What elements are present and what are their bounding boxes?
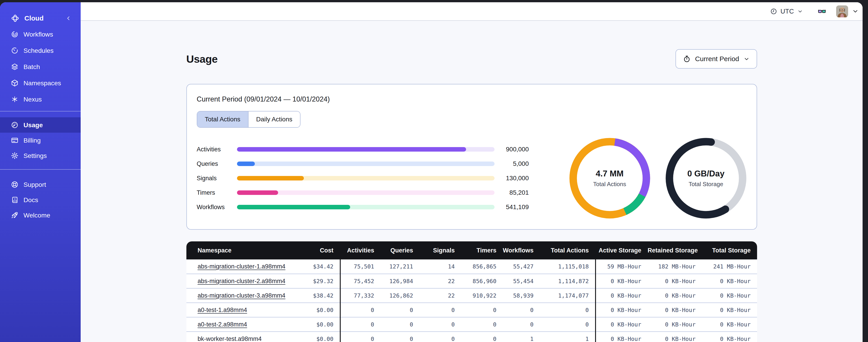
donut-center-label: Total Actions [593,181,626,188]
bar-row: Signals130,000 [197,171,529,185]
account-menu-chevron-icon[interactable] [852,8,859,15]
sidebar-item-schedules[interactable]: Schedules [0,42,81,59]
namespace-cell: abs-migration-cluster-2.a98mm4 [186,274,293,288]
nexus-icon [11,95,19,103]
column-header: Workflows [503,241,540,260]
value-cell: 0 KB-Hour [648,288,702,303]
namespace-cell: abs-migration-cluster-1.a98mm4 [186,260,293,274]
value-cell: $38.42 [292,288,340,303]
value-cell: 0 KB-Hour [702,288,757,303]
value-cell: 77,332 [340,288,380,303]
value-cell: 1,114,872 [540,274,595,288]
donut-center-label: Total Storage [689,181,723,188]
namespace-usage-table-wrap: NamespaceCostActivitiesQueriesSignalsTim… [186,241,757,342]
sidebar-item-batch[interactable]: Batch [0,59,81,75]
value-cell: 0 [420,303,461,317]
donut-center-value: 4.7 MM [596,169,624,178]
sidebar-nav-footer: SupportDocsWelcome [0,177,81,223]
bar-row: Timers85,201 [197,185,529,200]
sidebar-item-label: Billing [24,137,41,144]
value-cell: 22 [420,288,461,303]
card-title: Current Period (09/01/2024 — 10/01/2024) [197,95,747,103]
tab-daily-actions[interactable]: Daily Actions [248,111,300,127]
sidebar-item-usage[interactable]: Usage [0,117,81,133]
timezone-selector[interactable]: UTC [769,7,805,15]
user-avatar[interactable] [836,5,848,18]
sidebar-item-namespaces[interactable]: Namespaces [0,75,81,91]
namespace-usage-table: NamespaceCostActivitiesQueriesSignalsTim… [186,241,757,342]
value-cell: 182 MB-Hour [648,260,702,274]
sidebar-item-docs[interactable]: Docs [0,192,81,208]
sidebar-item-billing[interactable]: Billing [0,133,81,148]
value-cell: 0 [461,332,503,342]
value-cell: 0 [540,317,595,332]
sidebar-item-label: Support [24,181,46,189]
value-cell: $29.32 [292,274,340,288]
sidebar-item-workflows[interactable]: Workflows [0,26,81,42]
bar-row: Queries5,000 [197,157,529,171]
column-header: Active Storage [595,241,648,260]
value-cell: 0 [461,303,503,317]
value-cell: 0 [420,317,461,332]
sidebar-item-label: Workflows [24,31,53,38]
bar-track [237,205,495,209]
period-selector-button[interactable]: Current Period [676,49,757,69]
namespace-cell: abs-migration-cluster-3.a98mm4 [186,288,293,303]
topbar: UTC [81,2,863,21]
sidebar-nav-account: UsageBillingSettings [0,117,81,163]
main-area: UTC Usage Current Period Current Per [81,2,863,342]
bar-value: 85,201 [495,189,529,196]
sidebar-nav-main: WorkflowsSchedulesBatchNamespacesNexus [0,26,81,107]
sidebar-item-label: Docs [24,196,38,204]
value-cell: 0 KB-Hour [648,274,702,288]
value-cell: 910,922 [461,288,503,303]
value-cell: 0 KB-Hour [648,317,702,332]
title-row: Usage Current Period [186,49,757,69]
value-cell: 0 KB-Hour [702,274,757,288]
bar-label: Queries [197,161,237,167]
table-row: abs-migration-cluster-3.a98mm4$38.4277,3… [186,288,757,303]
bar-fill [237,147,466,151]
value-cell: 0 KB-Hour [595,317,648,332]
namespace-link[interactable]: bk-worker-test.a98mm4 [198,336,262,342]
glasses-icon[interactable] [816,7,828,15]
period-selector-label: Current Period [695,55,739,63]
sidebar-item-settings[interactable]: Settings [0,148,81,163]
tab-total-actions[interactable]: Total Actions [197,111,248,127]
charts: Activities900,000Queries5,000Signals130,… [197,138,747,219]
value-cell: 0 KB-Hour [648,332,702,342]
bar-fill [237,162,255,166]
sidebar-item-support[interactable]: Support [0,177,81,192]
namespace-link[interactable]: abs-migration-cluster-2.a98mm4 [198,278,285,284]
sidebar-item-label: Batch [24,63,40,71]
table-row: a0-test-1.a98mm4$0.000000000 KB-Hour0 KB… [186,303,757,317]
value-cell: 126,862 [380,288,419,303]
temporal-logo-icon [11,14,20,23]
sidebar-item-nexus[interactable]: Nexus [0,91,81,107]
namespace-cell: a0-test-2.a98mm4 [186,317,293,332]
workflows-icon [11,30,19,38]
namespace-link[interactable]: abs-migration-cluster-1.a98mm4 [198,263,285,270]
value-cell: 127,211 [380,260,419,274]
bar-value: 541,109 [495,204,529,211]
namespace-link[interactable]: abs-migration-cluster-3.a98mm4 [198,292,285,299]
collapse-sidebar-icon[interactable] [65,15,72,22]
value-cell: 0 [340,317,380,332]
docs-icon [11,196,19,204]
value-cell: 0 KB-Hour [595,332,648,342]
value-cell: $0.00 [292,332,340,342]
column-header: Timers [461,241,503,260]
gauge-icon [11,121,19,129]
bar-track [237,162,495,166]
bar-label: Timers [197,189,237,196]
sidebar-item-welcome[interactable]: Welcome [0,208,81,223]
value-cell: 0 KB-Hour [595,288,648,303]
sidebar-divider [0,111,81,111]
sidebar-item-label: Welcome [24,212,50,219]
namespace-link[interactable]: a0-test-1.a98mm4 [198,307,247,313]
table-row: abs-migration-cluster-2.a98mm4$29.3275,4… [186,274,757,288]
value-cell: $0.00 [292,303,340,317]
donut-center-value: 0 GB/Day [687,169,724,178]
value-cell: 0 [340,332,380,342]
namespace-link[interactable]: a0-test-2.a98mm4 [198,321,247,328]
